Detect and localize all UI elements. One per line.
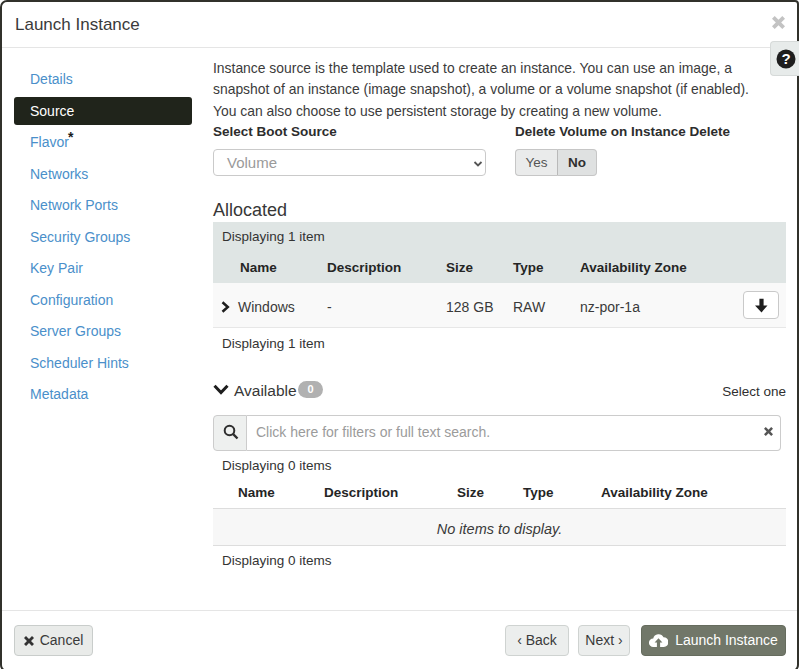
svg-text:?: ? (781, 50, 790, 67)
